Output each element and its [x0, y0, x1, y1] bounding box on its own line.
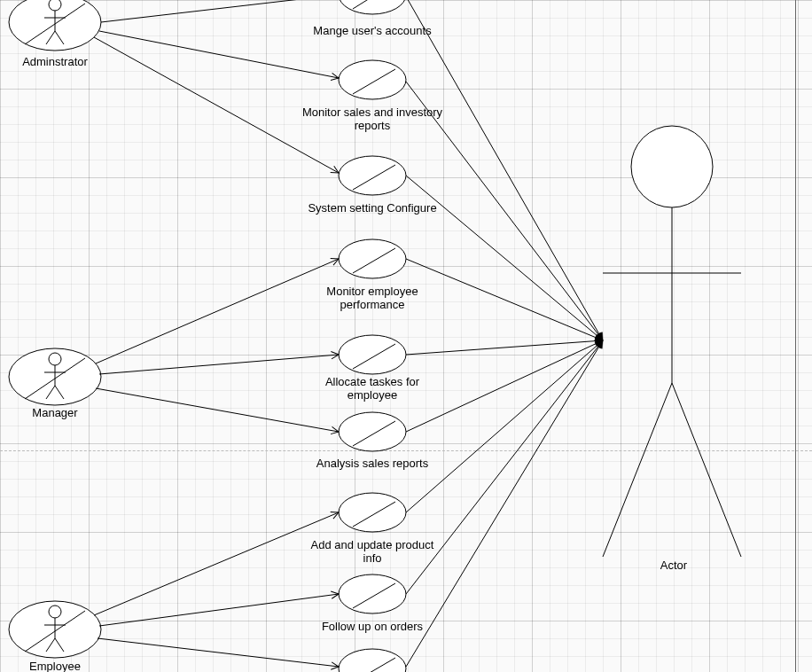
- usecase-monitor-employee[interactable]: [339, 335, 406, 374]
- usecase-follow-up[interactable]: [339, 649, 406, 672]
- svg-line-55: [406, 176, 603, 340]
- svg-point-21: [631, 126, 713, 207]
- actor-system[interactable]: [603, 126, 741, 557]
- label-manager: Manager: [2, 406, 108, 419]
- svg-line-45: [99, 31, 339, 78]
- label-uc-manage-users: Mange user's accounts: [301, 25, 443, 38]
- usecase-analysis-sales[interactable]: [339, 493, 406, 532]
- svg-line-52: [98, 638, 339, 667]
- usecase-allocate-tasks[interactable]: [339, 412, 406, 451]
- usecase-add-update-product[interactable]: [339, 574, 406, 613]
- svg-line-44: [101, 0, 339, 22]
- svg-line-25: [672, 383, 741, 557]
- label-uc-add-update: Add and update product info: [301, 539, 443, 566]
- label-uc-allocate-tasks: Allocate taskes for employee: [301, 376, 443, 402]
- svg-line-24: [603, 383, 672, 557]
- svg-point-32: [339, 239, 406, 278]
- label-uc-system-setting: System setting Configure: [301, 202, 443, 215]
- label-uc-monitor-sales: Monitor sales and investory reports: [301, 106, 443, 133]
- usecase-top-partial[interactable]: [339, 0, 406, 14]
- label-employee: Employee: [2, 660, 108, 672]
- label-uc-follow-up: Follow up on orders: [301, 621, 443, 634]
- usecase-system-setting[interactable]: [339, 239, 406, 278]
- svg-point-38: [339, 493, 406, 532]
- svg-point-30: [339, 156, 406, 195]
- connectors-left: [94, 0, 339, 667]
- svg-point-36: [339, 412, 406, 451]
- svg-point-28: [339, 60, 406, 99]
- svg-point-34: [339, 335, 406, 374]
- label-uc-monitor-employee: Monitor employee performance: [301, 285, 443, 312]
- svg-point-40: [339, 574, 406, 613]
- usecase-monitor-sales[interactable]: [339, 156, 406, 195]
- svg-point-42: [339, 649, 406, 672]
- label-system-actor: Actor: [621, 559, 727, 572]
- actor-manager[interactable]: [9, 348, 101, 405]
- connectors-right: [406, 0, 603, 667]
- svg-line-48: [99, 355, 339, 374]
- actor-employee[interactable]: [9, 601, 101, 658]
- usecase-manage-users[interactable]: [339, 60, 406, 99]
- svg-line-57: [406, 340, 603, 355]
- svg-line-59: [406, 340, 603, 512]
- actor-administrator[interactable]: [9, 0, 101, 51]
- label-administrator: Adminstrator: [2, 55, 108, 68]
- label-uc-analysis-sales: Analysis sales reports: [301, 457, 443, 471]
- svg-point-26: [339, 0, 406, 14]
